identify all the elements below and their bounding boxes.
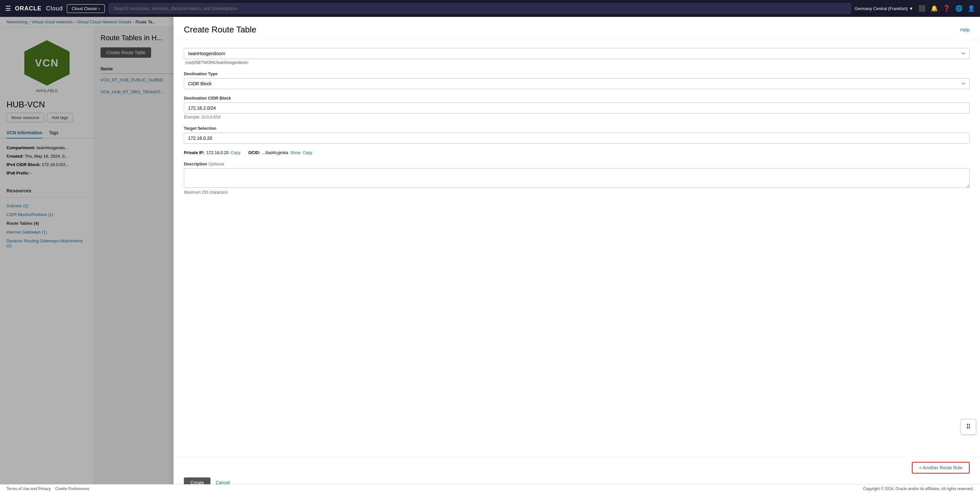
destination-type-select[interactable]: CIDR Block Service xyxy=(184,78,970,89)
modal-help-link[interactable]: Help xyxy=(960,27,970,32)
compartment-select-wrapper: IwanHoogendoorn xyxy=(184,48,970,59)
ocid-copy-link[interactable]: Copy xyxy=(302,150,312,155)
target-selection-form-group: Target Selection xyxy=(184,126,970,144)
copyright: Copyright © 2024, Oracle and/or its affi… xyxy=(863,487,974,491)
description-textarea[interactable] xyxy=(184,169,970,188)
hamburger-icon[interactable]: ☰ xyxy=(5,5,11,12)
description-label: Description Optional xyxy=(184,162,970,166)
destination-type-select-wrapper: CIDR Block Service xyxy=(184,78,970,89)
search-input[interactable] xyxy=(109,3,851,14)
top-nav: ☰ ORACLE Cloud Cloud Classic › Germany C… xyxy=(0,0,980,17)
target-selection-label: Target Selection xyxy=(184,126,970,131)
destination-cidr-form-group: Destination CIDR Block Example: 10.0.0.0… xyxy=(184,96,970,119)
bottom-links: Terms of Use and Privacy Cookie Preferen… xyxy=(6,487,89,491)
description-hint: Maximum 255 characters xyxy=(184,190,970,195)
scrollbar-widget[interactable]: ⠿ xyxy=(961,419,976,435)
target-selection-input[interactable] xyxy=(184,133,970,144)
private-ip-value: 172.16.0.20 xyxy=(207,150,229,155)
modal-body: IwanHoogendoorn (root)/NETWORK/IwanHooge… xyxy=(173,40,980,456)
compartment-form-group: IwanHoogendoorn (root)/NETWORK/IwanHooge… xyxy=(184,48,970,65)
region-selector[interactable]: Germany Central (Frankfurt) ▼ xyxy=(855,6,913,11)
terms-link[interactable]: Terms of Use and Privacy xyxy=(6,487,51,491)
compartment-select[interactable]: IwanHoogendoorn xyxy=(184,48,970,59)
destination-type-form-group: Destination Type CIDR Block Service xyxy=(184,72,970,89)
ip-ocid-info-row: Private IP: 172.16.0.20 Copy OCID: ...6a… xyxy=(184,150,970,155)
globe-icon[interactable]: 🌐 xyxy=(955,5,963,12)
ocid-show-link[interactable]: Show xyxy=(290,150,301,155)
nav-right: Germany Central (Frankfurt) ▼ ⬛ 🔔 ❓ 🌐 👤 xyxy=(855,5,975,12)
compartment-path: (root)/NETWORK/IwanHoogendoorn xyxy=(184,60,970,65)
description-form-group: Description Optional Maximum 255 charact… xyxy=(184,162,970,195)
private-ip-item: Private IP: 172.16.0.20 Copy xyxy=(184,150,240,155)
oracle-logo: ORACLE Cloud xyxy=(15,5,63,12)
modal-panel: Create Route Table Help IwanHoogendoorn … xyxy=(173,17,980,491)
ocid-item: OCID: ...6ad4cyjmka Show Copy xyxy=(248,150,313,155)
cloud-classic-button[interactable]: Cloud Classic › xyxy=(67,4,105,13)
help-icon[interactable]: ❓ xyxy=(943,5,950,12)
user-icon[interactable]: 👤 xyxy=(968,5,975,12)
ocid-value: ...6ad4cyjmka xyxy=(262,150,288,155)
destination-cidr-label: Destination CIDR Block xyxy=(184,96,970,100)
bottom-bar: Terms of Use and Privacy Cookie Preferen… xyxy=(0,484,980,491)
cookie-link[interactable]: Cookie Preferences xyxy=(55,487,89,491)
modal-header: Create Route Table Help xyxy=(173,17,980,40)
destination-type-label: Destination Type xyxy=(184,72,970,76)
ocid-label: OCID: xyxy=(248,150,260,155)
destination-cidr-hint: Example: 10.0.0.0/24 xyxy=(184,115,970,119)
private-ip-label: Private IP: xyxy=(184,150,205,155)
private-ip-copy-link[interactable]: Copy xyxy=(231,150,240,155)
destination-cidr-input[interactable] xyxy=(184,102,970,113)
bell-icon[interactable]: 🔔 xyxy=(931,5,938,12)
another-route-rule-button[interactable]: + Another Route Rule xyxy=(912,462,970,474)
modal-title: Create Route Table xyxy=(184,25,256,35)
cloud-shell-icon[interactable]: ⬛ xyxy=(918,5,926,12)
